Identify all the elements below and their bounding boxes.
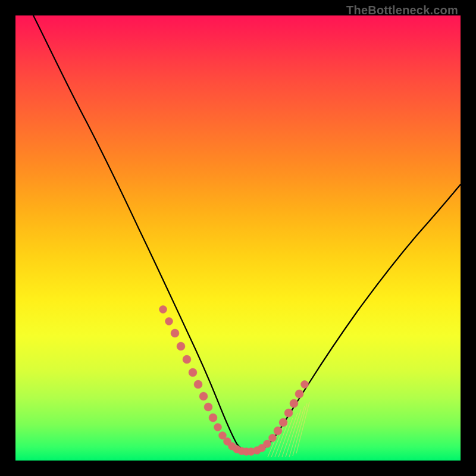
svg-point-9 — [159, 306, 167, 314]
bottleneck-curve — [33, 15, 461, 452]
svg-point-10 — [165, 318, 173, 325]
curve-layer — [15, 15, 461, 461]
svg-point-30 — [269, 434, 277, 442]
svg-point-36 — [301, 381, 309, 389]
svg-point-12 — [177, 342, 185, 350]
svg-point-15 — [194, 380, 202, 389]
svg-point-18 — [209, 414, 217, 422]
svg-point-11 — [171, 329, 179, 337]
svg-point-17 — [204, 403, 212, 411]
svg-point-13 — [183, 355, 191, 364]
svg-point-16 — [199, 392, 208, 400]
svg-point-35 — [295, 390, 303, 398]
dots-right-arm — [253, 381, 309, 455]
svg-point-14 — [189, 368, 197, 377]
plot-area — [15, 15, 461, 461]
svg-line-7 — [293, 403, 307, 456]
svg-point-32 — [279, 418, 287, 427]
svg-point-33 — [284, 409, 293, 417]
svg-point-34 — [290, 399, 298, 408]
watermark-text: TheBottleneck.com — [346, 4, 458, 17]
svg-point-31 — [274, 427, 282, 435]
chart-frame: TheBottleneck.com — [0, 0, 476, 476]
svg-point-29 — [264, 440, 271, 448]
svg-point-19 — [214, 424, 222, 431]
dots-left-arm — [159, 306, 255, 456]
